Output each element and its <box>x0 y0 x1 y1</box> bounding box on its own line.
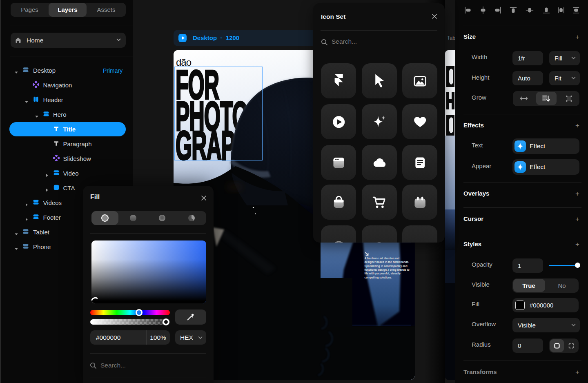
svg-text:designer based in the Netherla: designer based in the Netherlands. <box>365 261 410 264</box>
svg-text:life with purposeful, visually: life with purposeful, visually <box>365 272 401 275</box>
svg-text:A freelance art director and: A freelance art director and <box>365 257 400 260</box>
svg-text:compelling solutions.: compelling solutions. <box>365 276 392 279</box>
svg-text:Specializing in contemporary a: Specializing in contemporary and <box>365 265 408 268</box>
svg-text:functional design, I bring bra: functional design, I bring brands to <box>365 268 410 272</box>
